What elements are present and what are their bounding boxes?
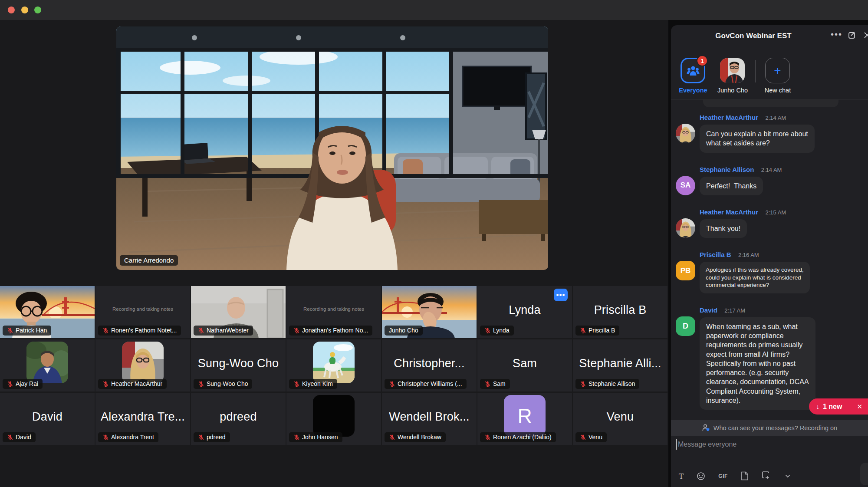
message-time: 2:16 AM <box>738 252 759 258</box>
minimize-window-button[interactable] <box>21 7 28 13</box>
chat-message: PB Priscilla B 2:16 AM Apologies if this… <box>671 251 868 293</box>
message-input[interactable]: Message everyone <box>678 441 736 448</box>
speaker-name-label: Carrie Arredondo <box>120 255 178 266</box>
gif-icon[interactable]: GIF <box>718 473 728 479</box>
screenshot-icon[interactable] <box>762 471 772 480</box>
chat-more-menu-button[interactable]: ••• <box>831 30 842 39</box>
tab-new-chat[interactable]: + <box>765 58 790 83</box>
participant-name-label: Sung-Woo Cho <box>194 379 252 389</box>
participant-center-name: David <box>0 410 95 424</box>
participant-avatar <box>313 342 355 383</box>
send-button-partial[interactable] <box>860 463 868 485</box>
emoji-icon[interactable] <box>697 472 705 480</box>
participant-name: Heather MacArthur <box>111 381 162 387</box>
participant-tile[interactable]: Kiyeon Kim <box>286 339 381 392</box>
participant-center-name: Alexandra Tre... <box>95 410 190 424</box>
mic-muted-icon <box>484 327 491 334</box>
speaker-video-scene <box>116 26 548 270</box>
participant-tile[interactable]: Recording and taking notes Jonathan's Fa… <box>286 286 381 338</box>
zoom-window-button[interactable] <box>34 7 41 13</box>
participant-name: NathanWebster <box>207 327 249 334</box>
participant-tile[interactable]: Stephanie Alli... Stephanie Allison <box>573 339 667 392</box>
chat-tabs-bar: 1 + Everyone Junho Cho New chat <box>671 46 868 99</box>
tile-more-menu-button[interactable]: ••• <box>554 289 568 301</box>
participant-tile[interactable]: Alexandra Tre... Alexandra Trent <box>95 393 190 445</box>
participant-tile[interactable]: Wendell Brok... Wendell Brokaw <box>382 393 477 445</box>
sender-name[interactable]: Heather MacArthur <box>700 114 758 121</box>
close-window-button[interactable] <box>8 7 15 13</box>
new-messages-label: 1 new <box>823 403 842 411</box>
fathom-note-text: Recording and taking notes <box>95 306 190 312</box>
mic-muted-icon <box>580 434 586 441</box>
participant-gallery: Patrick Han Recording and taking notes R… <box>0 286 667 445</box>
tab-new-chat-label[interactable]: New chat <box>756 87 799 94</box>
sender-name[interactable]: Stephanie Allison <box>700 166 754 173</box>
dismiss-pill-icon[interactable]: ✕ <box>857 403 862 411</box>
participant-tile[interactable]: John Hansen <box>286 393 381 445</box>
sender-name[interactable]: Heather MacArthur <box>700 208 758 216</box>
attach-file-icon[interactable] <box>741 471 749 480</box>
participant-center-name: Christopher... <box>382 357 477 370</box>
participant-name: Kiyeon Kim <box>302 381 333 387</box>
participant-center-name: Sung-Woo Cho <box>191 357 286 370</box>
participant-tile[interactable]: Heather MacArthur <box>95 339 190 392</box>
participant-tile[interactable]: Venu Venu <box>573 393 667 445</box>
sender-name[interactable]: Priscilla B <box>700 251 731 258</box>
participant-tile[interactable]: Junho Cho <box>382 286 477 338</box>
avatar: D <box>676 316 695 336</box>
mic-muted-icon <box>484 434 491 441</box>
chevron-down-icon[interactable] <box>785 474 790 478</box>
chat-popout-icon[interactable] <box>848 31 856 39</box>
participant-name: David <box>16 434 31 441</box>
participant-tile[interactable]: Recording and taking notes Ronen's Fatho… <box>95 286 190 338</box>
chat-message: SA Stephanie Allison 2:14 AM Perfect! Th… <box>671 166 868 195</box>
tab-everyone-label[interactable]: Everyone <box>671 87 715 94</box>
chat-title: GovCon Webinar EST <box>671 32 836 40</box>
chat-close-icon[interactable] <box>863 31 868 39</box>
participant-name: Alexandra Trent <box>111 434 154 441</box>
mic-muted-icon <box>102 381 109 387</box>
participant-name: Stephanie Allison <box>589 381 635 387</box>
participant-tile[interactable]: pdreed pdreed <box>191 393 286 445</box>
participant-name-label: Patrick Han <box>3 326 51 336</box>
participant-tile[interactable]: Ajay Rai <box>0 339 95 392</box>
everyone-people-icon <box>687 65 700 76</box>
sender-name[interactable]: David <box>700 306 717 314</box>
message-bubble: Can you explain a bit more about what se… <box>700 125 815 153</box>
participant-tile[interactable]: David David <box>0 393 95 445</box>
message-time: 2:15 AM <box>765 209 786 216</box>
participant-tile[interactable]: Christopher... Christopher Williams (... <box>382 339 477 392</box>
participant-name: Christopher Williams (... <box>398 381 462 387</box>
participant-name-label: Heather MacArthur <box>98 379 167 389</box>
participant-avatar <box>313 395 355 437</box>
participant-tile[interactable]: Lynda ••• Lynda <box>477 286 572 338</box>
participant-name: Patrick Han <box>16 327 47 334</box>
participant-tile[interactable]: Sung-Woo Cho Sung-Woo Cho <box>191 339 286 392</box>
message-bubble: Perfect! Thanks <box>700 177 763 195</box>
tab-junho-label[interactable]: Junho Cho <box>710 87 755 94</box>
participant-tile[interactable]: R Ronen Azachi (Daliio) <box>477 393 572 445</box>
participant-name-label: Sam <box>480 379 510 389</box>
mic-muted-icon <box>7 381 13 387</box>
tab-junho-cho[interactable] <box>720 58 745 83</box>
participant-tile[interactable]: NathanWebster <box>191 286 286 338</box>
down-arrow-icon: ↓ <box>816 403 819 411</box>
participant-avatar <box>122 342 164 383</box>
participant-name-label: Ronen Azachi (Daliio) <box>480 432 556 442</box>
window-title-bar <box>0 0 868 20</box>
active-speaker-video[interactable]: Carrie Arredondo <box>116 26 548 270</box>
participant-tile[interactable]: Patrick Han <box>0 286 95 338</box>
format-text-icon[interactable]: T <box>679 472 684 480</box>
tab-everyone[interactable]: 1 <box>681 58 705 83</box>
unread-badge: 1 <box>697 55 708 66</box>
participant-name: Jonathan's Fathom No... <box>302 327 368 334</box>
new-messages-pill[interactable]: ↓ 1 new ✕ <box>809 398 868 415</box>
participant-name: Priscilla B <box>589 327 615 334</box>
participant-name: Lynda <box>493 327 510 334</box>
participant-name-label: Lynda <box>480 326 514 336</box>
participant-tile[interactable]: Priscilla B Priscilla B <box>573 286 667 338</box>
participant-name: Junho Cho <box>389 327 418 334</box>
recording-notice-bar[interactable]: Who can see your messages? Recording on <box>671 420 868 436</box>
chat-message-list[interactable]: Heather MacArthur 2:14 AM Can you explai… <box>671 99 868 423</box>
participant-tile[interactable]: Sam Sam <box>477 339 572 392</box>
